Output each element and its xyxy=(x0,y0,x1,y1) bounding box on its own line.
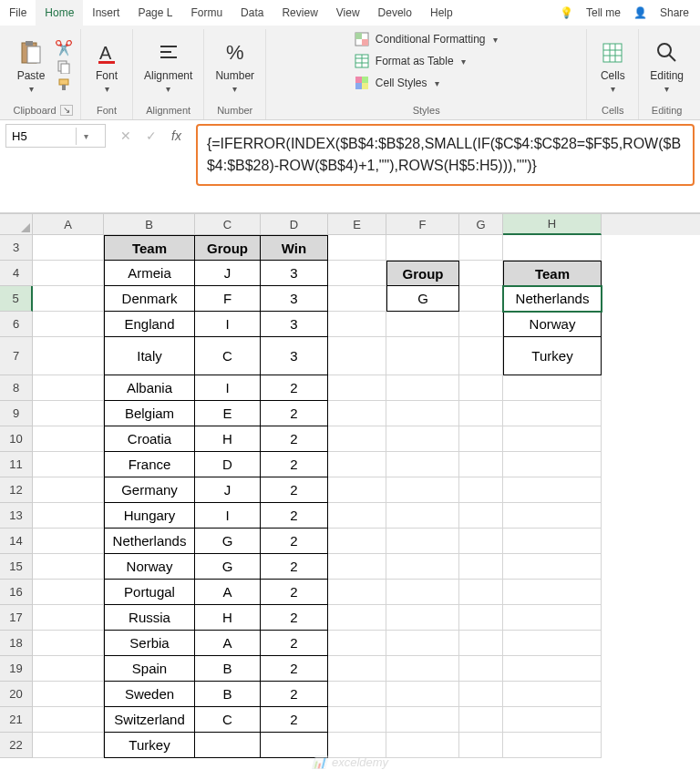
cell[interactable] xyxy=(33,503,104,529)
cell[interactable]: Norway xyxy=(503,312,602,337)
menu-developer[interactable]: Develo xyxy=(369,0,421,26)
cell[interactable]: 2 xyxy=(261,605,328,631)
menu-file[interactable]: File xyxy=(0,0,36,26)
cell[interactable]: Hungary xyxy=(104,503,195,529)
cell[interactable]: France xyxy=(104,452,195,477)
cell[interactable] xyxy=(503,503,602,529)
name-box-input[interactable] xyxy=(6,128,76,145)
cell[interactable]: F xyxy=(195,286,261,312)
cell[interactable] xyxy=(459,631,503,656)
cell[interactable]: 2 xyxy=(261,477,328,503)
cell[interactable] xyxy=(503,707,602,733)
cell[interactable] xyxy=(459,286,503,312)
cell[interactable] xyxy=(503,452,602,477)
cell[interactable]: Serbia xyxy=(104,631,195,656)
col-header[interactable]: A xyxy=(33,214,104,235)
formula-bar[interactable]: {=IFERROR(INDEX($B$4:$B$28,SMALL(IF($C$4… xyxy=(196,124,695,186)
cell[interactable] xyxy=(328,375,386,401)
cell[interactable]: 2 xyxy=(261,375,328,401)
cell[interactable] xyxy=(459,529,503,554)
cell[interactable]: E xyxy=(195,401,261,426)
cell[interactable] xyxy=(328,733,386,758)
row-header[interactable]: 5 xyxy=(0,286,33,312)
cell[interactable]: Portugal xyxy=(104,580,195,605)
copy-icon[interactable] xyxy=(55,58,73,75)
cell[interactable] xyxy=(33,261,104,286)
row-header[interactable]: 18 xyxy=(0,631,33,656)
cell[interactable] xyxy=(33,401,104,426)
menu-data[interactable]: Data xyxy=(232,0,273,26)
cell[interactable] xyxy=(503,426,602,452)
row-header[interactable]: 13 xyxy=(0,503,33,529)
cell[interactable] xyxy=(386,452,459,477)
cell[interactable] xyxy=(386,235,459,261)
cell[interactable]: Group xyxy=(195,235,261,261)
cell[interactable]: 2 xyxy=(261,656,328,682)
cell[interactable] xyxy=(386,426,459,452)
cell[interactable] xyxy=(33,312,104,337)
cell[interactable]: Turkey xyxy=(104,733,195,758)
cell[interactable]: Spain xyxy=(104,656,195,682)
cell[interactable] xyxy=(328,312,386,337)
format-as-table-button[interactable]: Format as Table▾ xyxy=(350,51,471,71)
cell[interactable] xyxy=(328,261,386,286)
cell[interactable] xyxy=(33,235,104,261)
cell[interactable]: 3 xyxy=(261,337,328,375)
cell[interactable] xyxy=(503,235,602,261)
cell[interactable]: I xyxy=(195,375,261,401)
selected-cell[interactable]: Netherlands xyxy=(503,286,602,312)
fx-icon[interactable]: fx xyxy=(171,128,181,143)
cell[interactable] xyxy=(328,605,386,631)
cell[interactable]: J xyxy=(195,261,261,286)
row-header[interactable]: 16 xyxy=(0,580,33,605)
cell[interactable]: J xyxy=(195,477,261,503)
cell[interactable]: Croatia xyxy=(104,426,195,452)
number-button[interactable]: % Number ▾ xyxy=(211,36,258,96)
menu-insert[interactable]: Insert xyxy=(83,0,129,26)
row-header[interactable]: 12 xyxy=(0,477,33,503)
row-header[interactable]: 10 xyxy=(0,426,33,452)
row-header[interactable]: 14 xyxy=(0,529,33,554)
cell[interactable] xyxy=(386,707,459,733)
cell[interactable]: H xyxy=(195,426,261,452)
cell[interactable] xyxy=(261,733,328,758)
menu-formulas[interactable]: Formu xyxy=(181,0,232,26)
cell[interactable] xyxy=(328,426,386,452)
cell[interactable] xyxy=(503,631,602,656)
select-all-corner[interactable] xyxy=(0,214,33,235)
cell[interactable] xyxy=(328,401,386,426)
cell[interactable]: Sweden xyxy=(104,682,195,707)
cell[interactable] xyxy=(386,529,459,554)
col-header[interactable]: E xyxy=(328,214,386,235)
cell[interactable]: 2 xyxy=(261,452,328,477)
cell[interactable]: 3 xyxy=(261,261,328,286)
cell[interactable] xyxy=(459,337,503,375)
cell[interactable] xyxy=(386,337,459,375)
cell[interactable] xyxy=(328,452,386,477)
cell[interactable] xyxy=(503,554,602,580)
cell[interactable]: 2 xyxy=(261,503,328,529)
cell[interactable]: Netherlands xyxy=(104,529,195,554)
cell[interactable]: 3 xyxy=(261,286,328,312)
row-header[interactable]: 9 xyxy=(0,401,33,426)
cell[interactable] xyxy=(459,707,503,733)
cell[interactable] xyxy=(33,337,104,375)
cell[interactable] xyxy=(459,235,503,261)
menu-page-layout[interactable]: Page L xyxy=(129,0,181,26)
cell[interactable]: C xyxy=(195,707,261,733)
cell[interactable]: G xyxy=(195,529,261,554)
cell[interactable] xyxy=(459,401,503,426)
enter-icon[interactable]: ✓ xyxy=(146,128,157,143)
menu-help[interactable]: Help xyxy=(421,0,462,26)
cell[interactable]: England xyxy=(104,312,195,337)
col-header[interactable]: D xyxy=(261,214,328,235)
cell[interactable] xyxy=(503,401,602,426)
cell[interactable] xyxy=(195,733,261,758)
cell[interactable]: Russia xyxy=(104,605,195,631)
row-header[interactable]: 7 xyxy=(0,337,33,375)
cell[interactable] xyxy=(459,682,503,707)
cell[interactable] xyxy=(33,656,104,682)
cell[interactable] xyxy=(503,656,602,682)
cell[interactable] xyxy=(459,580,503,605)
cell[interactable] xyxy=(33,375,104,401)
